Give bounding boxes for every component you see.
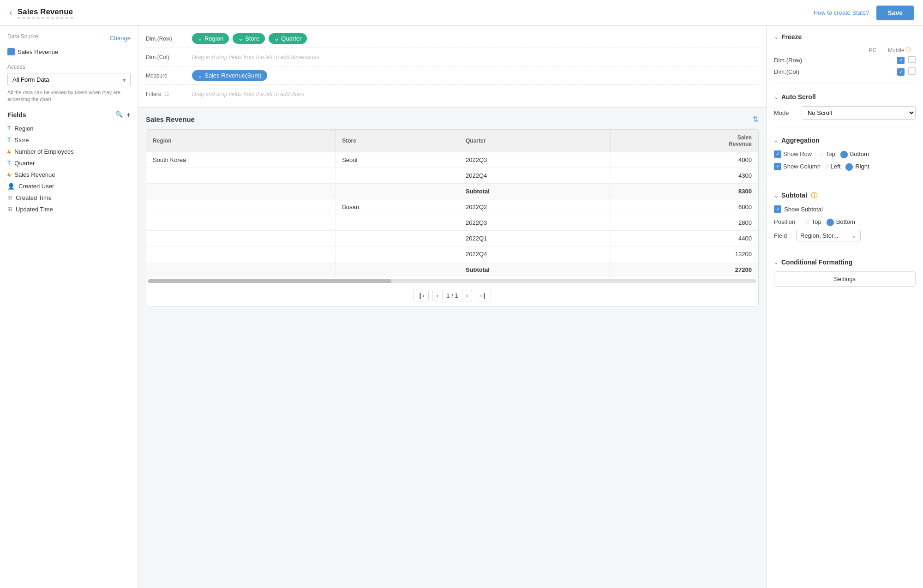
pc-label: PC [861,47,884,54]
show-col-checkbox[interactable]: ✓ [774,163,781,170]
add-field-icon[interactable]: + [126,111,131,119]
dim-row-label: Dim.(Row) [146,36,192,42]
chevron-down-icon: ⌄ [774,259,779,265]
pagination: ❙‹ ‹ 1 / 1 › ›❙ [146,285,758,306]
dim-row-config: Dim.(Row) ⌄ Region ⌄ Store ⌄ Quarter [146,30,759,48]
next-page-button[interactable]: › [462,290,472,301]
cell-store [336,262,459,278]
back-button[interactable]: ‹ [9,8,12,18]
position-top-option[interactable]: ○ Top [805,218,821,226]
table-header-row: Region Store Quarter SalesRevenue [146,130,758,152]
filters-hint: Drag and drop fields from the left to ad… [192,91,304,97]
auto-scroll-title: Auto Scroll [781,93,816,101]
table-row: 2022Q1 4400 [146,231,758,246]
change-link[interactable]: Change [109,35,131,42]
chevron-down-icon: ⌄ [774,137,779,144]
settings-button[interactable]: Settings [774,271,916,287]
field-type-number: # [7,148,11,155]
conditional-formatting-section: ⌄ Conditional Formatting Settings [774,258,916,294]
cell-store: Busan [336,199,459,215]
cond-format-header[interactable]: ⌄ Conditional Formatting [774,258,916,266]
field-item-updated-time: ⊞ Updated Time [7,204,131,215]
bottom-label: Bottom [850,150,869,157]
measure-content: ⌄ Sales Revenue(Sum) [192,70,759,81]
field-name: Sales Revenue [14,171,55,178]
field-value: Region, Stor... [800,232,838,239]
access-select[interactable]: All Form Data [7,73,131,86]
show-col-left-option[interactable]: ○ Left [824,162,840,171]
left-sidebar: Data Source Change Sales Revenue Access … [0,26,138,588]
prev-page-button[interactable]: ‹ [432,290,443,301]
fields-header: Fields 🔍 + [7,111,131,119]
cell-value: 6800 [611,199,758,215]
show-row-checkbox[interactable]: ✓ [774,150,781,158]
position-options: ○ Top ⬤ Bottom [805,217,855,226]
scrollbar[interactable] [148,279,756,283]
field-name: Created Time [16,194,52,201]
dim-tag-store[interactable]: ⌄ Store [233,33,265,44]
dim-col-mobile-checkbox[interactable] [908,67,916,76]
dim-col-pc-checkbox[interactable]: ✓ [897,68,905,76]
position-row: Position ○ Top ⬤ Bottom [774,217,916,226]
dim-col-label: Dim.(Col) [146,54,192,60]
table-title: Sales Revenue [146,115,195,123]
field-item-quarter: T Quarter [7,157,131,169]
show-row-bottom-option[interactable]: ⬤ Bottom [840,150,869,158]
show-col-right-option[interactable]: ⬤ Right [845,162,869,171]
cell-region [146,199,336,215]
dim-row-pc-checkbox[interactable]: ✓ [897,56,905,64]
show-col-label: ✓ Show Column [774,163,821,170]
field-select[interactable]: Region, Stor... ⌄ [796,230,861,241]
aggregation-header[interactable]: ⌄ Aggregation [774,137,916,144]
checkbox-unchecked-icon [908,56,916,63]
help-link[interactable]: How to create Stats? [814,9,869,16]
aggregation-title: Aggregation [781,137,819,144]
last-page-button[interactable]: ›❙ [476,290,491,301]
mode-select[interactable]: No Scroll [802,106,916,120]
dim-tag-quarter[interactable]: ⌄ Quarter [269,33,307,44]
dim-row-content: ⌄ Region ⌄ Store ⌄ Quarter [192,33,759,44]
filters-label: Filters ☷ [146,91,192,97]
info-icon: ⓘ [905,46,911,54]
field-item-region: T Region [7,123,131,134]
app-header: ‹ Sales Revenue How to create Stats? Sav… [0,0,923,26]
freeze-section-header[interactable]: ⌄ Freeze [774,33,916,41]
cell-value: 27200 [611,262,758,278]
aggregation-section: ⌄ Aggregation ✓ Show Row ○ Top ⬤ Bottom [774,137,916,182]
show-row-row: ✓ Show Row ○ Top ⬤ Bottom [774,150,916,158]
first-page-button[interactable]: ❙‹ [414,290,429,301]
cell-region [146,168,336,184]
field-type-time: ⊞ [7,206,12,212]
save-button[interactable]: Save [876,6,914,20]
show-row-top-option[interactable]: ○ Top [819,150,835,158]
cond-format-title: Conditional Formatting [781,258,852,266]
checkbox-checked-icon: ✓ [897,68,905,76]
measure-tag[interactable]: ⌄ Sales Revenue(Sum) [192,70,267,81]
field-type-number: # [7,171,11,178]
show-subtotal-checkbox[interactable]: ✓ [774,205,781,213]
table-subtotal-row: Subtotal 27200 [146,262,758,278]
mode-row: Mode No Scroll [774,106,916,120]
field-name: Updated Time [16,206,53,213]
dim-row-mobile-checkbox[interactable] [908,56,916,65]
chevron-down-icon: ⌄ [851,232,857,239]
center-area: Dim.(Row) ⌄ Region ⌄ Store ⌄ Quarter [138,26,766,588]
field-item-sales-revenue: # Sales Revenue [7,169,131,180]
radio-filled-icon: ⬤ [826,217,834,226]
subtotal-header[interactable]: ⌄ Subtotal ⓘ [774,192,916,200]
position-bottom-option[interactable]: ⬤ Bottom [826,217,855,226]
table-subtotal-row: Subtotal 8300 [146,184,758,199]
search-icon[interactable]: 🔍 [115,111,123,119]
dim-row-freeze-label: Dim.(Row) [774,57,893,64]
dim-tag-region[interactable]: ⌄ Region [192,33,229,44]
cell-value: 4400 [611,231,758,246]
field-item-created-time: ⊞ Created Time [7,192,131,204]
table-sort-icon[interactable]: ⇅ [753,115,759,124]
field-type-time: ⊞ [7,194,12,201]
tag-label: Quarter [281,35,301,42]
cell-quarter: 2022Q1 [459,231,611,246]
data-source-item: Sales Revenue [7,46,131,57]
show-subtotal-label: Show Subtotal [784,206,823,213]
auto-scroll-header[interactable]: ⌄ Auto Scroll [774,93,916,101]
cell-quarter: 2022Q3 [459,152,611,168]
